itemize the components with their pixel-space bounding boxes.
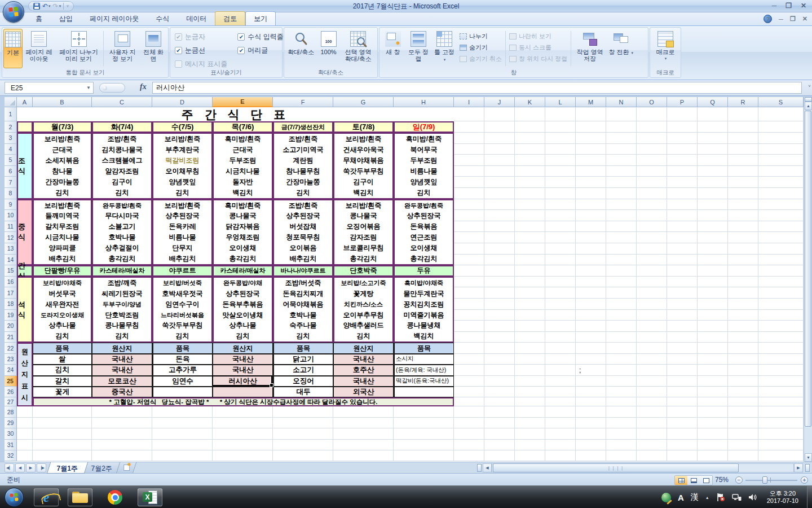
tab-formulas[interactable]: 수식 xyxy=(147,11,178,25)
row-header-21[interactable]: 21 xyxy=(5,332,17,343)
cell-menu-B3[interactable]: 보리밥/흰죽근대국소세지볶음참나물간장마늘쫑김치 xyxy=(33,133,92,199)
cell-A2[interactable] xyxy=(17,121,33,133)
undo-button[interactable]: ↶▾ xyxy=(42,2,51,10)
column-header-C[interactable]: C xyxy=(92,97,152,107)
page-break-preview-button[interactable]: 페이지 나누기 미리 보기 xyxy=(55,29,103,68)
taskbar-file-explorer[interactable] xyxy=(68,488,92,506)
cell-origin-header[interactable]: 품목 xyxy=(152,343,213,353)
start-button[interactable] xyxy=(5,488,24,507)
row-header-11[interactable]: 11 xyxy=(5,221,17,233)
workbook-close-button[interactable]: ✕ xyxy=(802,15,807,23)
vertical-split-handle[interactable] xyxy=(805,97,812,102)
section-label-2[interactable]: 중식 xyxy=(17,199,33,266)
tab-insert[interactable]: 삽입 xyxy=(51,11,81,25)
cell-menu-B16[interactable]: 보리밥/야채죽버섯무국새우완자전도라지오이생채상추나물김치 xyxy=(33,277,92,343)
zoom-in-button[interactable]: + xyxy=(801,476,808,484)
cell-G26[interactable]: 외국산 xyxy=(333,387,394,397)
cell-F24[interactable]: 소고기 xyxy=(273,365,333,375)
column-header-R[interactable]: R xyxy=(728,97,758,107)
custom-views-button[interactable]: 사용자 지정 보기 xyxy=(105,29,140,68)
tab-data[interactable]: 데이터 xyxy=(178,11,215,25)
freeze-panes-button[interactable]: 틀 고정 ▾ xyxy=(431,29,457,68)
row-header-12[interactable]: 12 xyxy=(5,232,17,243)
zoom-level[interactable]: 75% xyxy=(715,474,729,486)
cell-menu-C9[interactable]: 완두콩밥/흰죽무다시마국소불고기호박나물상추겉절이총각김치 xyxy=(92,199,152,266)
cell-D24[interactable]: 고추가루 xyxy=(152,365,213,375)
redo-button[interactable]: ↷▾ xyxy=(53,2,61,10)
workbook-minimize-button[interactable]: ─ xyxy=(779,16,783,23)
cell-menu-D3[interactable]: 보리밥/흰죽부추계란국떡갈비조림오이채무침양념깻잎김치 xyxy=(152,133,213,199)
cell-menu-H15[interactable]: 두유 xyxy=(394,265,454,277)
ime-mode-indicator[interactable]: A xyxy=(678,493,684,502)
macros-button[interactable]: 매크로 ▾ xyxy=(651,29,679,68)
insert-worksheet-tab[interactable] xyxy=(116,462,136,474)
row-header-32[interactable]: 32 xyxy=(5,450,17,461)
column-header-N[interactable]: N xyxy=(606,97,637,107)
row-header-6[interactable]: 6 xyxy=(5,166,17,177)
zoom-to-selection-button[interactable]: 선택 영역 확대/축소 xyxy=(340,29,376,68)
page-layout-view-button[interactable]: 페이지 레이아웃 xyxy=(23,29,55,68)
switch-windows-button[interactable]: 창 전환 ▾ xyxy=(607,29,634,68)
cell-E24[interactable]: 국내산 xyxy=(213,365,273,375)
last-sheet-button[interactable]: ▕▶ xyxy=(37,463,46,472)
row-header-30[interactable]: 30 xyxy=(5,428,17,439)
cell-menu-B9[interactable]: 보리밥/흰죽들깨미역국갈치무조림시금치나물양파피클배추김치 xyxy=(33,199,92,266)
cell-E26[interactable] xyxy=(213,387,273,397)
row-header-26[interactable]: 26 xyxy=(5,387,17,397)
scroll-down-button[interactable]: ▼ xyxy=(805,453,812,462)
row-header-9[interactable]: 9 xyxy=(5,199,17,211)
cell-origin-header[interactable]: 품목 xyxy=(394,343,454,353)
cell-menu-G15[interactable]: 단호박죽 xyxy=(333,265,394,277)
horizontal-scroll-thumb[interactable]: ❘❘❘❘ xyxy=(493,463,739,472)
save-button[interactable] xyxy=(33,3,40,10)
normal-view-button[interactable]: 기본 xyxy=(3,29,23,68)
column-header-S[interactable]: S xyxy=(758,97,804,107)
row-header-4[interactable]: 4 xyxy=(5,144,17,155)
checkbox-headings[interactable]: ✔머리글 xyxy=(237,46,283,55)
column-header-P[interactable]: P xyxy=(667,97,698,107)
cell-menu-F9[interactable]: 조밥/흰죽상추된장국버섯잡채청포묵무침오이볶음배추김치 xyxy=(273,199,333,266)
cell-G23[interactable]: 국내산 xyxy=(333,354,394,365)
tab-page-layout[interactable]: 페이지 레이아웃 xyxy=(81,11,147,25)
vertical-scrollbar[interactable]: ▲ ▼ xyxy=(804,97,812,462)
arrange-all-button[interactable]: 모두 정렬 xyxy=(405,29,431,68)
row-header-29[interactable]: 29 xyxy=(5,418,17,428)
cell-menu-H16[interactable]: 흑미밥/야채죽물만두계란국꽁치김치조림미역줄기볶음콩나물냉채백김치 xyxy=(394,277,454,343)
column-header-G[interactable]: G xyxy=(333,97,394,107)
reset-window-position-button[interactable]: 창 위치 다시 정렬 xyxy=(509,55,567,63)
taskbar-clock[interactable]: 오후 3:20 2017-07-10 xyxy=(767,490,798,505)
save-workspace-button[interactable]: 작업 영역 저장 xyxy=(572,29,607,68)
cell-menu-E16[interactable]: 완두콩밥/야채상추된장국돈육부추볶음맛살오이냉채상추나물김치 xyxy=(213,277,273,343)
row-header-18[interactable]: 18 xyxy=(5,299,17,310)
cell-menu-D16[interactable]: 보리밥/버섯죽호박새우젓국임연수구이느타리버섯볶음쑥갓두부무침김치 xyxy=(152,277,213,343)
row-header-13[interactable]: 13 xyxy=(5,243,17,255)
cell-G24[interactable]: 호주산 xyxy=(333,365,394,375)
view-side-by-side-button[interactable]: 나란히 보기 xyxy=(509,32,567,41)
column-header-A[interactable]: A xyxy=(17,97,33,107)
row-header-31[interactable]: 31 xyxy=(5,440,17,450)
cell-D25[interactable]: 임연수 xyxy=(152,376,213,387)
cell-origin-header[interactable]: 품목 xyxy=(273,343,333,353)
show-desktop-button[interactable] xyxy=(807,486,812,508)
scroll-right-button[interactable]: ▶ xyxy=(794,463,803,472)
tab-view[interactable]: 보기 xyxy=(245,11,276,25)
network-icon[interactable] xyxy=(732,493,742,502)
row-header-22[interactable]: 22 xyxy=(5,343,17,353)
row-header-20[interactable]: 20 xyxy=(5,321,17,332)
sheet-tab-week1[interactable]: 7월1주 xyxy=(47,462,89,474)
vertical-scroll-thumb[interactable] xyxy=(805,111,811,427)
cell-F26[interactable]: 대두 xyxy=(273,387,333,397)
cell-menu-C16[interactable]: 조밥/깨죽씨레기된장국두부구이/양념단호박조림콩나물무침김치 xyxy=(92,277,152,343)
row-header-8[interactable]: 8 xyxy=(5,188,17,199)
zoom-out-button[interactable]: − xyxy=(735,476,743,484)
full-screen-button[interactable]: 전체 화면 xyxy=(140,29,167,68)
cell-day-header-E[interactable]: 목(7/6) xyxy=(213,121,273,133)
cell-D23[interactable]: 돈육 xyxy=(152,354,213,365)
scroll-left-button[interactable]: ◀ xyxy=(483,463,492,472)
column-header-D[interactable]: D xyxy=(152,97,213,107)
cell-E23[interactable]: 국내산 xyxy=(213,354,273,365)
row-header-27[interactable]: 27 xyxy=(5,397,17,406)
unhide-button[interactable]: 숨기기 취소 xyxy=(460,55,502,63)
column-header-B[interactable]: B xyxy=(33,97,92,107)
zoom-slider-track[interactable] xyxy=(745,480,797,481)
